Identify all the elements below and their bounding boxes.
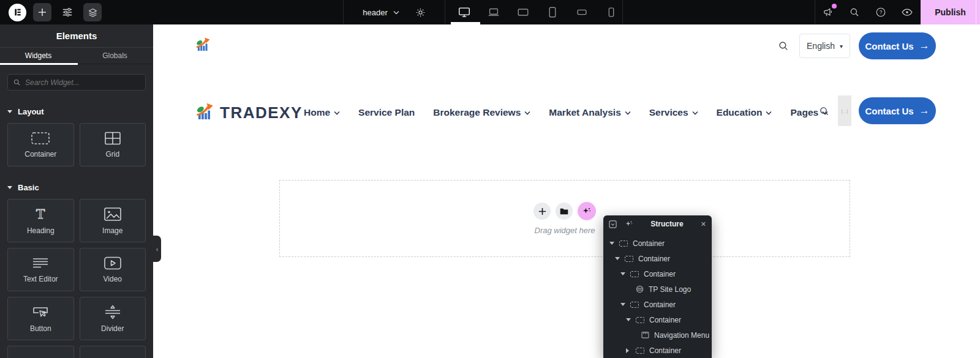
close-icon[interactable]: ✕ bbox=[701, 220, 706, 228]
help-button[interactable]: ? bbox=[875, 7, 886, 18]
widget-label: Image bbox=[102, 226, 123, 235]
widget-card-button[interactable]: Button bbox=[7, 297, 74, 340]
nav-item-education[interactable]: Education bbox=[717, 107, 772, 118]
nav-item-home[interactable]: Home bbox=[304, 107, 340, 118]
main-navigation: Home Service Plan Brokerage Reviews Mark… bbox=[304, 100, 828, 125]
video-icon bbox=[104, 256, 122, 270]
nav-item-services[interactable]: Services bbox=[649, 107, 698, 118]
responsive-device-bar bbox=[445, 0, 623, 24]
editor-topbar: header bbox=[0, 0, 980, 24]
dropzone-hint: Drag widget here bbox=[535, 226, 595, 235]
tree-item-container[interactable]: Container bbox=[603, 236, 712, 251]
svg-text:T: T bbox=[36, 206, 45, 222]
widget-card-divider[interactable]: Divider bbox=[80, 297, 146, 340]
topbar-right-group: ? bbox=[815, 0, 921, 24]
container-icon bbox=[630, 302, 639, 308]
finder-search-button[interactable] bbox=[849, 7, 860, 18]
preview-button[interactable] bbox=[901, 6, 913, 18]
elementor-editor: header bbox=[0, 0, 980, 358]
dock-panel-icon[interactable] bbox=[609, 220, 617, 228]
widget-label: Grid bbox=[105, 150, 119, 158]
add-template-button[interactable] bbox=[556, 203, 573, 220]
widget-card-video[interactable]: Video bbox=[80, 248, 146, 291]
nav-search-button[interactable] bbox=[819, 106, 829, 119]
device-mobile-portrait-button[interactable] bbox=[605, 6, 618, 19]
device-tablet-portrait-button[interactable] bbox=[546, 6, 559, 19]
publish-button[interactable]: Publish bbox=[921, 0, 980, 24]
nav-item-service-plan[interactable]: Service Plan bbox=[358, 107, 415, 118]
structure-panel-header[interactable]: Structure ✕ bbox=[603, 215, 712, 233]
arrow-right-icon: → bbox=[919, 105, 930, 117]
ai-sparkle-icon[interactable] bbox=[625, 220, 633, 228]
nav-menu-widget-icon bbox=[641, 332, 649, 338]
chevron-down-icon bbox=[692, 111, 698, 115]
container-icon bbox=[636, 348, 644, 354]
device-laptop-button[interactable] bbox=[487, 6, 500, 19]
tree-item-container[interactable]: Container bbox=[603, 266, 712, 282]
structure-tree: Container Container Container TP Site Lo… bbox=[603, 233, 712, 358]
tree-item-container[interactable]: Container bbox=[603, 251, 712, 266]
widget-label: Video bbox=[104, 275, 122, 283]
widget-card-heading[interactable]: T Heading bbox=[7, 199, 74, 242]
document-switcher[interactable]: header bbox=[343, 0, 445, 24]
elementor-logo[interactable] bbox=[9, 4, 26, 21]
chevron-down-icon bbox=[625, 111, 631, 115]
nav-item-market-analysis[interactable]: Market Analysis bbox=[549, 107, 630, 118]
section-layout-header[interactable]: Layout bbox=[7, 107, 146, 116]
widget-label: Text Editor bbox=[23, 275, 58, 283]
chevron-down-icon bbox=[766, 111, 772, 115]
widget-dropzone[interactable]: Drag widget here bbox=[279, 180, 850, 257]
panel-collapse-handle[interactable]: ‹ bbox=[153, 236, 161, 262]
whats-new-button[interactable] bbox=[823, 7, 834, 18]
widget-card-grid[interactable]: Grid bbox=[80, 123, 146, 166]
empty-element-placeholder[interactable]: [...] bbox=[838, 95, 851, 126]
contact-us-button-top[interactable]: Contact Us → bbox=[859, 32, 936, 59]
collapse-caret-icon bbox=[7, 110, 12, 113]
section-basic: Basic T Heading Image bbox=[7, 183, 146, 358]
section-label: Layout bbox=[18, 107, 44, 116]
widget-card-partial[interactable] bbox=[80, 346, 146, 358]
add-section-button[interactable] bbox=[533, 203, 551, 220]
svg-text:?: ? bbox=[879, 10, 882, 15]
site-logo-small[interactable] bbox=[195, 37, 212, 54]
tab-widgets[interactable]: Widgets bbox=[0, 48, 77, 64]
widget-label: Divider bbox=[101, 324, 124, 333]
widget-label: Heading bbox=[27, 226, 55, 235]
plus-icon bbox=[37, 7, 47, 17]
container-icon bbox=[625, 256, 633, 262]
widget-card-image[interactable]: Image bbox=[80, 199, 146, 242]
tree-item-container[interactable]: Container bbox=[603, 343, 712, 358]
device-mobile-landscape-button[interactable] bbox=[575, 6, 589, 19]
widget-search-box[interactable] bbox=[7, 74, 146, 91]
tab-globals[interactable]: Globals bbox=[77, 48, 153, 64]
help-icon: ? bbox=[875, 7, 886, 18]
ai-builder-button[interactable] bbox=[578, 202, 596, 220]
widget-card-partial[interactable] bbox=[7, 346, 74, 358]
language-selector[interactable]: English ▾ bbox=[799, 34, 850, 58]
site-brand[interactable]: TRADEXY bbox=[195, 100, 303, 125]
search-icon bbox=[849, 7, 860, 18]
tree-item-container[interactable]: Container bbox=[603, 312, 712, 327]
widget-card-container[interactable]: Container bbox=[7, 123, 74, 166]
add-element-button[interactable] bbox=[33, 3, 51, 21]
tree-item-container[interactable]: Container bbox=[603, 297, 712, 312]
container-icon bbox=[636, 317, 644, 323]
container-icon bbox=[619, 241, 628, 247]
device-desktop-button[interactable] bbox=[458, 6, 471, 19]
widget-search-input[interactable] bbox=[25, 78, 140, 87]
contact-us-button-nav[interactable]: Contact Us → bbox=[859, 97, 936, 124]
section-basic-header[interactable]: Basic bbox=[7, 183, 146, 192]
expand-caret-icon bbox=[620, 303, 625, 306]
structure-button[interactable] bbox=[83, 3, 102, 21]
tree-item-navigation-menu[interactable]: Navigation Menu bbox=[603, 327, 712, 343]
preview-search-button[interactable] bbox=[778, 40, 789, 54]
tree-item-site-logo[interactable]: TP Site Logo bbox=[603, 282, 712, 297]
device-tablet-landscape-button[interactable] bbox=[516, 6, 530, 19]
site-settings-button[interactable] bbox=[58, 3, 77, 21]
widget-card-text-editor[interactable]: Text Editor bbox=[7, 248, 74, 291]
structure-panel-title: Structure bbox=[641, 220, 693, 228]
widget-label: Button bbox=[30, 324, 51, 333]
gear-icon[interactable] bbox=[415, 7, 426, 18]
arrow-right-icon: → bbox=[919, 40, 930, 52]
nav-item-brokerage-reviews[interactable]: Brokerage Reviews bbox=[433, 107, 530, 118]
